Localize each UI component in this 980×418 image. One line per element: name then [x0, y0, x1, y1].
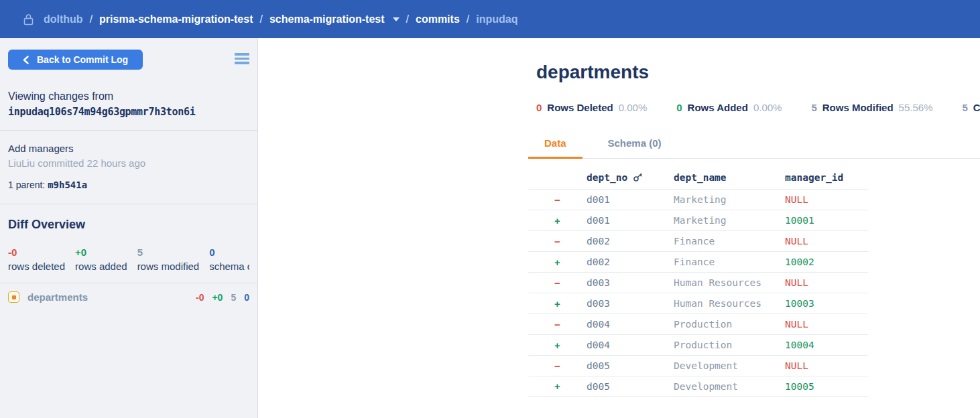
stat-rows-deleted: -0 rows deleted — [8, 247, 65, 272]
schema-change-count: 0 — [244, 292, 249, 303]
cell-dept-no: d005 — [587, 360, 674, 371]
breadcrumb-repo[interactable]: prisma-schema-migration-test — [99, 13, 253, 25]
deleted-count: -0 — [196, 292, 204, 303]
table-row: + d002 Finance 10002 — [528, 251, 868, 272]
table-row: − d001 Marketing NULL — [528, 189, 868, 210]
back-to-commit-log-button[interactable]: Back to Commit Log — [8, 50, 143, 70]
table-row: + d005 Development 10005 — [528, 376, 868, 397]
diff-plus-sign: + — [528, 380, 587, 392]
menu-icon[interactable] — [235, 53, 249, 64]
commit-message: Add managers — [8, 143, 249, 154]
cell-manager-id: NULL — [785, 277, 868, 288]
primary-key-icon — [633, 172, 643, 182]
stat-cells-modified: 5 Cells Modified 18.52% — [962, 102, 980, 113]
table-header-row: dept_no dept_name manager_id — [528, 165, 868, 189]
breadcrumb-separator: / — [259, 13, 262, 25]
commit-meta: LiuLiu committed 22 hours ago — [8, 157, 249, 169]
cell-dept-name: Development — [674, 360, 785, 371]
table-name: departments — [27, 291, 88, 303]
diff-plus-sign: + — [528, 215, 587, 226]
diff-minus-sign: − — [528, 360, 587, 372]
cell-dept-name: Human Resources — [674, 298, 785, 309]
table-row: − d005 Development NULL — [528, 355, 868, 376]
lock-icon — [23, 13, 34, 25]
cell-dept-name: Finance — [674, 236, 785, 247]
sidebar-table-item-departments[interactable]: departments -0 +0 5 0 — [0, 283, 257, 303]
page-title: departments — [536, 62, 980, 83]
cell-dept-no: d002 — [587, 236, 674, 247]
diff-overview-stats: -0 rows deleted +0 rows added 5 rows mod… — [8, 247, 249, 272]
parent-label: 1 parent: — [8, 180, 45, 190]
added-count: +0 — [212, 292, 223, 303]
column-header-dept-no: dept_no — [587, 172, 674, 183]
breadcrumb-commit-ref[interactable]: inpudaq — [476, 13, 517, 25]
cell-dept-name: Production — [674, 319, 785, 330]
cell-dept-name: Finance — [674, 257, 785, 267]
table-row: + d001 Marketing 10001 — [528, 210, 868, 230]
cell-dept-no: d001 — [587, 194, 674, 205]
cell-manager-id: NULL — [785, 319, 868, 330]
column-header-manager-id: manager_id — [785, 172, 868, 183]
back-button-label: Back to Commit Log — [37, 54, 128, 65]
cell-manager-id: 10002 — [785, 257, 868, 267]
cell-dept-name: Production — [674, 340, 785, 350]
cell-dept-no: d003 — [587, 277, 674, 288]
breadcrumb-branch[interactable]: schema-migration-test — [269, 13, 385, 25]
diff-table: dept_no dept_name manager_id − d001 Mark… — [528, 165, 980, 397]
stat-rows-modified: 5 Rows Modified 55.56% — [811, 102, 932, 113]
cell-manager-id: NULL — [785, 360, 868, 371]
main-content: departments 0 Rows Deleted 0.00% 0 Rows … — [258, 38, 980, 418]
sidebar: Back to Commit Log Viewing changes from … — [0, 38, 258, 418]
modified-table-icon — [8, 291, 19, 303]
cell-dept-no: d005 — [587, 381, 674, 392]
table-diff-counts: -0 +0 5 0 — [196, 292, 249, 303]
table-row: + d004 Production 10004 — [528, 334, 868, 355]
diff-minus-sign: − — [528, 277, 587, 289]
cell-manager-id: 10004 — [785, 340, 868, 350]
table-row: − d003 Human Resources NULL — [528, 272, 868, 293]
cell-manager-id: 10005 — [785, 381, 868, 392]
cell-manager-id: NULL — [785, 236, 868, 247]
diff-minus-sign: − — [528, 236, 587, 247]
modified-count: 5 — [231, 292, 236, 303]
table-row: − d004 Production NULL — [528, 314, 868, 334]
breadcrumb-org[interactable]: dolthub — [44, 13, 83, 25]
cell-manager-id: 10001 — [785, 215, 868, 226]
tab-bar: Data Schema (0) — [528, 132, 980, 159]
diff-minus-sign: − — [528, 194, 587, 206]
cell-dept-name: Development — [674, 381, 785, 392]
parent-commit-link[interactable]: m9h541a — [48, 180, 87, 190]
stat-rows-deleted: 0 Rows Deleted 0.00% — [536, 102, 647, 113]
breadcrumb-separator: / — [406, 13, 409, 25]
chevron-left-icon — [23, 56, 29, 64]
diff-stats-row: 0 Rows Deleted 0.00% 0 Rows Added 0.00% … — [536, 102, 980, 113]
cell-dept-no: d002 — [587, 257, 674, 267]
cell-manager-id: 10003 — [785, 298, 868, 309]
cell-dept-name: Human Resources — [674, 277, 785, 288]
stat-rows-added: 0 Rows Added 0.00% — [676, 102, 782, 113]
cell-dept-no: d003 — [587, 298, 674, 309]
cell-dept-no: d001 — [587, 215, 674, 226]
breadcrumb-commits[interactable]: commits — [416, 13, 460, 25]
cell-dept-no: d004 — [587, 319, 674, 330]
breadcrumb-separator: / — [90, 13, 93, 25]
breadcrumb: dolthub / prisma-schema-migration-test /… — [44, 13, 517, 25]
cell-dept-name: Marketing — [674, 215, 785, 226]
breadcrumb-separator: / — [467, 13, 469, 25]
diff-minus-sign: − — [528, 319, 587, 330]
viewing-changes-label: Viewing changes from — [8, 90, 249, 102]
table-row: + d003 Human Resources 10003 — [528, 293, 868, 314]
cell-dept-no: d004 — [587, 340, 674, 350]
table-row: − d002 Finance NULL — [528, 230, 868, 251]
tab-schema[interactable]: Schema (0) — [592, 132, 678, 159]
stat-rows-added: +0 rows added — [75, 247, 127, 272]
cell-dept-name: Marketing — [674, 194, 785, 205]
column-header-dept-name: dept_name — [674, 172, 785, 183]
diff-plus-sign: + — [528, 298, 587, 309]
tab-data[interactable]: Data — [528, 132, 583, 159]
commit-hash: inpudaq106s74m94g63gpmmr7h3ton6i — [8, 106, 249, 118]
branch-dropdown-caret-icon[interactable] — [393, 17, 400, 21]
diff-plus-sign: + — [528, 340, 587, 351]
diff-plus-sign: + — [528, 257, 587, 268]
stat-schema-changes: 0 schema chang — [209, 247, 249, 272]
